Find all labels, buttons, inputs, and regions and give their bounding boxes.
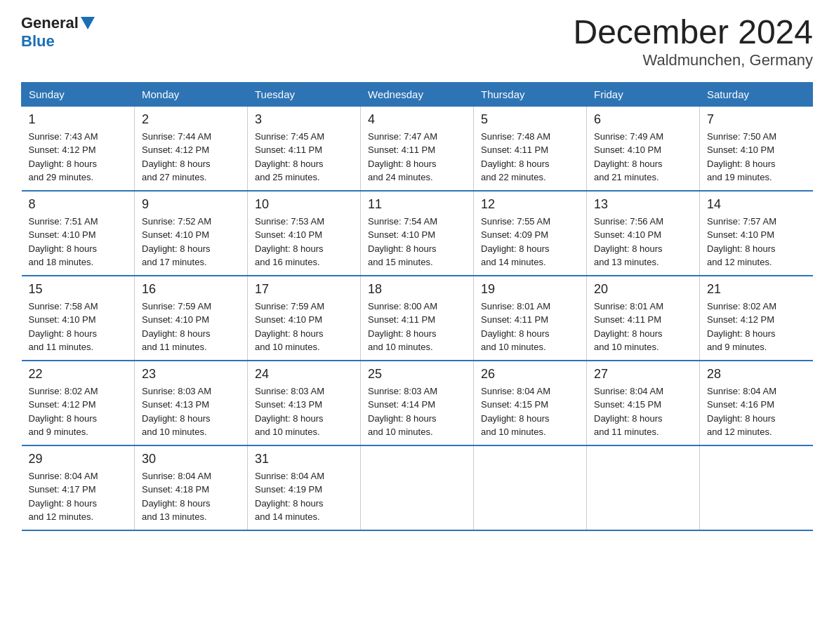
day-info: Sunrise: 7:51 AM Sunset: 4:10 PM Dayligh… — [29, 215, 128, 269]
day-info: Sunrise: 7:52 AM Sunset: 4:10 PM Dayligh… — [142, 215, 240, 269]
day-number: 5 — [481, 112, 579, 127]
day-number: 20 — [594, 282, 692, 297]
day-number: 26 — [481, 367, 579, 382]
day-info: Sunrise: 7:50 AM Sunset: 4:10 PM Dayligh… — [707, 130, 806, 185]
calendar-cell: 5 Sunrise: 7:48 AM Sunset: 4:11 PM Dayli… — [474, 106, 587, 191]
day-number: 7 — [707, 112, 806, 127]
day-number: 30 — [142, 452, 240, 467]
day-number: 31 — [255, 452, 353, 467]
day-info: Sunrise: 8:04 AM Sunset: 4:15 PM Dayligh… — [481, 384, 579, 439]
calendar-cell: 20 Sunrise: 8:01 AM Sunset: 4:11 PM Dayl… — [587, 276, 700, 361]
calendar-cell: 28 Sunrise: 8:04 AM Sunset: 4:16 PM Dayl… — [700, 361, 813, 445]
day-number: 12 — [481, 197, 579, 212]
day-number: 2 — [142, 112, 240, 127]
calendar-cell: 8 Sunrise: 7:51 AM Sunset: 4:10 PM Dayli… — [22, 191, 135, 276]
weekday-header-thursday: Thursday — [474, 82, 587, 106]
calendar-cell: 10 Sunrise: 7:53 AM Sunset: 4:10 PM Dayl… — [248, 191, 361, 276]
calendar-week-row: 8 Sunrise: 7:51 AM Sunset: 4:10 PM Dayli… — [22, 191, 813, 276]
day-info: Sunrise: 8:03 AM Sunset: 4:13 PM Dayligh… — [255, 384, 353, 439]
day-info: Sunrise: 8:03 AM Sunset: 4:14 PM Dayligh… — [368, 384, 466, 439]
day-number: 22 — [29, 367, 128, 382]
day-info: Sunrise: 8:02 AM Sunset: 4:12 PM Dayligh… — [707, 300, 806, 354]
logo-blue-text: Blue — [21, 32, 55, 50]
day-info: Sunrise: 8:01 AM Sunset: 4:11 PM Dayligh… — [481, 300, 579, 354]
day-number: 8 — [29, 197, 128, 212]
day-number: 14 — [707, 197, 806, 212]
day-number: 27 — [594, 367, 692, 382]
day-info: Sunrise: 8:04 AM Sunset: 4:15 PM Dayligh… — [594, 384, 692, 439]
day-info: Sunrise: 7:48 AM Sunset: 4:11 PM Dayligh… — [481, 130, 579, 185]
day-info: Sunrise: 7:54 AM Sunset: 4:10 PM Dayligh… — [368, 215, 466, 269]
calendar-cell — [700, 445, 813, 530]
day-info: Sunrise: 7:55 AM Sunset: 4:09 PM Dayligh… — [481, 215, 579, 269]
calendar-cell: 16 Sunrise: 7:59 AM Sunset: 4:10 PM Dayl… — [135, 276, 248, 361]
weekday-header-sunday: Sunday — [22, 82, 135, 106]
day-number: 1 — [29, 112, 128, 127]
calendar-cell: 31 Sunrise: 8:04 AM Sunset: 4:19 PM Dayl… — [248, 445, 361, 530]
day-number: 18 — [368, 282, 466, 297]
day-info: Sunrise: 8:04 AM Sunset: 4:16 PM Dayligh… — [707, 384, 806, 439]
day-number: 6 — [594, 112, 692, 127]
day-number: 4 — [368, 112, 466, 127]
day-info: Sunrise: 7:45 AM Sunset: 4:11 PM Dayligh… — [255, 130, 353, 185]
calendar-cell: 22 Sunrise: 8:02 AM Sunset: 4:12 PM Dayl… — [22, 361, 135, 445]
calendar-cell: 7 Sunrise: 7:50 AM Sunset: 4:10 PM Dayli… — [700, 106, 813, 191]
day-info: Sunrise: 7:49 AM Sunset: 4:10 PM Dayligh… — [594, 130, 692, 185]
weekday-header-monday: Monday — [135, 82, 248, 106]
calendar-cell: 12 Sunrise: 7:55 AM Sunset: 4:09 PM Dayl… — [474, 191, 587, 276]
logo: General Blue — [21, 14, 97, 51]
day-info: Sunrise: 8:04 AM Sunset: 4:17 PM Dayligh… — [29, 469, 128, 524]
day-info: Sunrise: 7:58 AM Sunset: 4:10 PM Dayligh… — [29, 300, 128, 354]
day-number: 25 — [368, 367, 466, 382]
calendar-cell: 13 Sunrise: 7:56 AM Sunset: 4:10 PM Dayl… — [587, 191, 700, 276]
calendar-cell: 30 Sunrise: 8:04 AM Sunset: 4:18 PM Dayl… — [135, 445, 248, 530]
day-number: 28 — [707, 367, 806, 382]
day-info: Sunrise: 7:53 AM Sunset: 4:10 PM Dayligh… — [255, 215, 353, 269]
calendar-cell: 25 Sunrise: 8:03 AM Sunset: 4:14 PM Dayl… — [361, 361, 474, 445]
calendar-week-row: 15 Sunrise: 7:58 AM Sunset: 4:10 PM Dayl… — [22, 276, 813, 361]
day-number: 10 — [255, 197, 353, 212]
calendar-cell: 24 Sunrise: 8:03 AM Sunset: 4:13 PM Dayl… — [248, 361, 361, 445]
day-number: 19 — [481, 282, 579, 297]
weekday-header-row: SundayMondayTuesdayWednesdayThursdayFrid… — [22, 82, 813, 106]
calendar-cell: 18 Sunrise: 8:00 AM Sunset: 4:11 PM Dayl… — [361, 276, 474, 361]
calendar-cell — [474, 445, 587, 530]
day-number: 24 — [255, 367, 353, 382]
day-info: Sunrise: 7:44 AM Sunset: 4:12 PM Dayligh… — [142, 130, 240, 185]
day-info: Sunrise: 7:59 AM Sunset: 4:10 PM Dayligh… — [255, 300, 353, 354]
day-number: 3 — [255, 112, 353, 127]
calendar-cell: 21 Sunrise: 8:02 AM Sunset: 4:12 PM Dayl… — [700, 276, 813, 361]
day-number: 21 — [707, 282, 806, 297]
calendar-cell: 11 Sunrise: 7:54 AM Sunset: 4:10 PM Dayl… — [361, 191, 474, 276]
calendar-cell: 19 Sunrise: 8:01 AM Sunset: 4:11 PM Dayl… — [474, 276, 587, 361]
day-info: Sunrise: 7:57 AM Sunset: 4:10 PM Dayligh… — [707, 215, 806, 269]
day-info: Sunrise: 8:00 AM Sunset: 4:11 PM Dayligh… — [368, 300, 466, 354]
calendar-cell: 3 Sunrise: 7:45 AM Sunset: 4:11 PM Dayli… — [248, 106, 361, 191]
calendar-cell: 9 Sunrise: 7:52 AM Sunset: 4:10 PM Dayli… — [135, 191, 248, 276]
logo-general-text: General — [21, 14, 79, 32]
day-info: Sunrise: 8:01 AM Sunset: 4:11 PM Dayligh… — [594, 300, 692, 354]
weekday-header-saturday: Saturday — [700, 82, 813, 106]
day-number: 15 — [29, 282, 128, 297]
day-info: Sunrise: 7:59 AM Sunset: 4:10 PM Dayligh… — [142, 300, 240, 354]
day-info: Sunrise: 7:56 AM Sunset: 4:10 PM Dayligh… — [594, 215, 692, 269]
day-info: Sunrise: 8:02 AM Sunset: 4:12 PM Dayligh… — [29, 384, 128, 439]
page-header: General Blue December 2024 Waldmunchen, … — [21, 14, 813, 69]
weekday-header-tuesday: Tuesday — [248, 82, 361, 106]
calendar-cell: 27 Sunrise: 8:04 AM Sunset: 4:15 PM Dayl… — [587, 361, 700, 445]
day-info: Sunrise: 8:03 AM Sunset: 4:13 PM Dayligh… — [142, 384, 240, 439]
title-block: December 2024 Waldmunchen, Germany — [573, 14, 813, 69]
day-number: 16 — [142, 282, 240, 297]
day-number: 9 — [142, 197, 240, 212]
day-info: Sunrise: 8:04 AM Sunset: 4:18 PM Dayligh… — [142, 469, 240, 524]
calendar-cell: 26 Sunrise: 8:04 AM Sunset: 4:15 PM Dayl… — [474, 361, 587, 445]
calendar-cell — [587, 445, 700, 530]
weekday-header-friday: Friday — [587, 82, 700, 106]
calendar-cell: 23 Sunrise: 8:03 AM Sunset: 4:13 PM Dayl… — [135, 361, 248, 445]
calendar-week-row: 1 Sunrise: 7:43 AM Sunset: 4:12 PM Dayli… — [22, 106, 813, 191]
day-number: 23 — [142, 367, 240, 382]
weekday-header-wednesday: Wednesday — [361, 82, 474, 106]
day-number: 29 — [29, 452, 128, 467]
calendar-cell: 15 Sunrise: 7:58 AM Sunset: 4:10 PM Dayl… — [22, 276, 135, 361]
calendar-cell: 1 Sunrise: 7:43 AM Sunset: 4:12 PM Dayli… — [22, 106, 135, 191]
